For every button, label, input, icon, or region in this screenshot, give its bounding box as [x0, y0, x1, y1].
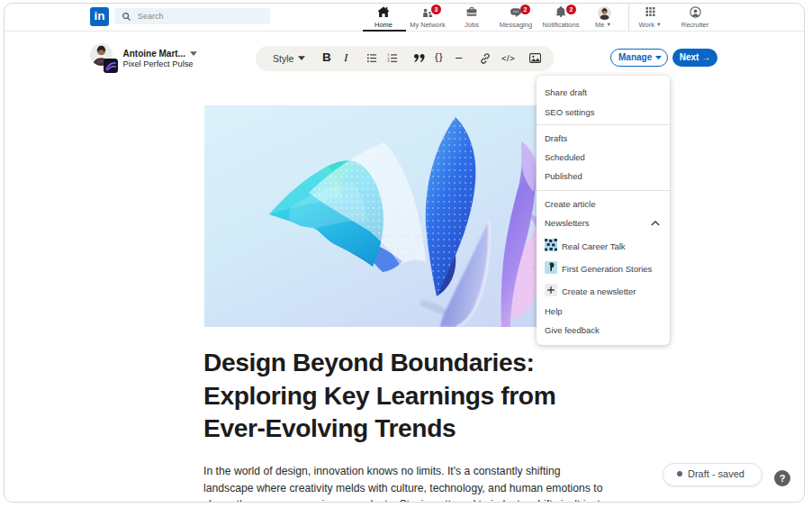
svg-text:3: 3 [388, 59, 390, 63]
